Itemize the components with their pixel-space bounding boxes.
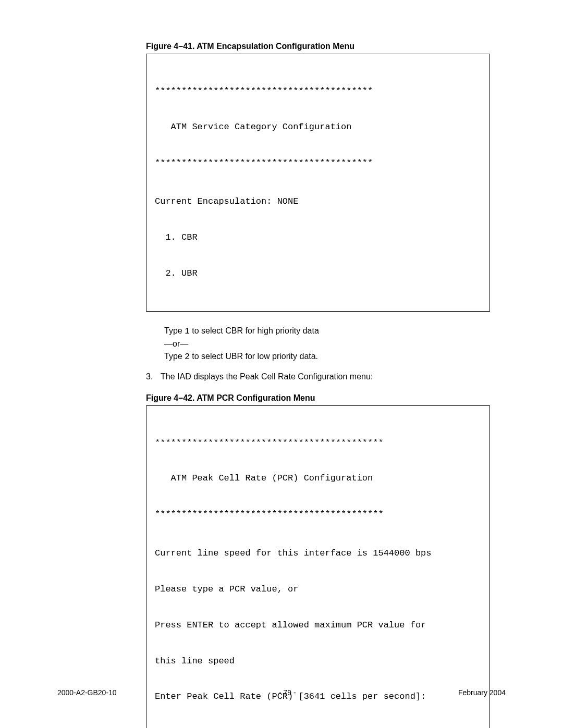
code-line: ****************************************… — [155, 509, 481, 521]
code-line: ****************************************… — [155, 85, 481, 97]
inst-code: 2 — [185, 352, 190, 362]
code-line: Please type a PCR value, or — [155, 584, 481, 596]
step-num: 3. — [146, 371, 161, 383]
page-footer: 2000-A2-GB20-10 - 79 - February 2004 — [57, 688, 506, 697]
step-3: 3. The IAD displays the Peak Cell Rate C… — [146, 371, 490, 383]
code-line: ATM Service Category Configuration — [155, 121, 481, 133]
inst-or: —or— — [164, 338, 490, 350]
inst-text: to select CBR for high priority data — [190, 326, 319, 335]
page-number: - 79 - — [279, 688, 296, 697]
inst-block-1: Type 1 to select CBR for high priority d… — [164, 325, 490, 363]
fig41-box: ****************************************… — [146, 54, 490, 312]
code-line: Current line speed for this interface is… — [155, 548, 481, 560]
code-line: 2. UBR — [155, 268, 481, 280]
code-line: this line speed — [155, 656, 481, 668]
inst-text: Type — [164, 326, 185, 335]
code-line: Press ENTER to accept allowed maximum PC… — [155, 620, 481, 632]
doc-date: February 2004 — [458, 688, 506, 697]
inst-line: Type 2 to select UBR for low priority da… — [164, 350, 490, 363]
code-line: Current Encapsulation: NONE — [155, 196, 481, 208]
fig42-box: ****************************************… — [146, 405, 490, 728]
inst-text: Type — [164, 352, 185, 361]
code-line: ****************************************… — [155, 157, 481, 169]
code-line: 1. CBR — [155, 232, 481, 244]
inst-code: 1 — [185, 327, 190, 336]
doc-id: 2000-A2-GB20-10 — [57, 688, 117, 697]
step-text: The IAD displays the Peak Cell Rate Conf… — [161, 371, 373, 383]
inst-line: Type 1 to select CBR for high priority d… — [164, 325, 490, 338]
code-line: ****************************************… — [155, 437, 481, 449]
fig42-caption: Figure 4–42. ATM PCR Configuration Menu — [146, 393, 490, 403]
inst-text: to select UBR for low priority data. — [190, 352, 318, 361]
code-line: ATM Peak Cell Rate (PCR) Configuration — [155, 473, 481, 485]
page-content: Figure 4–41. ATM Encapsulation Configura… — [146, 42, 490, 728]
fig41-caption: Figure 4–41. ATM Encapsulation Configura… — [146, 42, 490, 51]
